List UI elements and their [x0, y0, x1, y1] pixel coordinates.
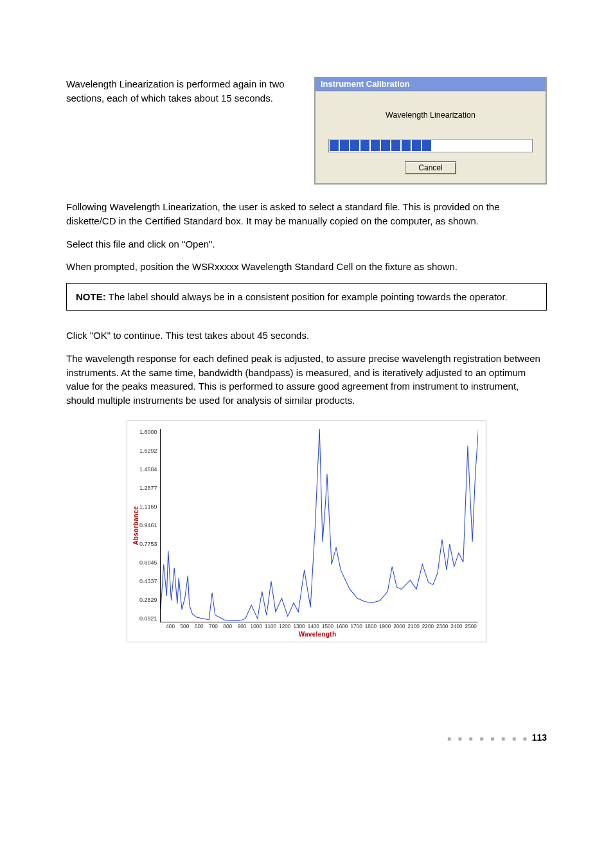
- xtick-label: 600: [192, 624, 206, 629]
- chart-ylabel: Absorbance: [131, 506, 139, 545]
- xtick-label: 1300: [292, 624, 306, 629]
- ytick-label: 0.2629: [139, 597, 157, 603]
- xtick-label: 1000: [249, 624, 263, 629]
- ytick-label: 1.8000: [139, 429, 157, 435]
- xtick-label: 400: [163, 624, 177, 629]
- ytick-label: 1.1169: [139, 503, 157, 510]
- paragraph-3: When prompted, position the WSRxxxxx Wav…: [66, 260, 547, 274]
- ytick-label: 0.0921: [139, 615, 157, 622]
- progress-bar: [328, 139, 533, 152]
- progress-segment: [402, 140, 411, 151]
- xtick-label: 700: [206, 624, 220, 629]
- page-number: 113: [532, 732, 547, 743]
- paragraph-5: The wavelength response for each defined…: [66, 352, 547, 408]
- xtick-label: 1600: [335, 624, 349, 629]
- page-footer: ■ ■ ■ ■ ■ ■ ■ ■ 113: [66, 732, 547, 743]
- note-label: NOTE:: [76, 291, 106, 302]
- chart-xlabel: Wavelength: [157, 631, 478, 638]
- spectrum-chart: Absorbance 1.80001.62921.45841.28771.116…: [127, 420, 486, 642]
- intro-paragraph: Wavelength Linearization is performed ag…: [66, 77, 296, 105]
- xtick-label: 500: [177, 624, 191, 629]
- progress-segment: [381, 140, 390, 151]
- ytick-label: 0.7753: [139, 541, 157, 547]
- footer-dots-icon: ■ ■ ■ ■ ■ ■ ■ ■: [447, 735, 529, 742]
- spectrum-line: [161, 429, 478, 621]
- dialog-title: Instrument Calibration: [315, 77, 546, 91]
- xtick-label: 1700: [349, 624, 363, 629]
- paragraph-4: Click "OK" to continue. This test takes …: [66, 329, 547, 343]
- ytick-label: 0.4337: [139, 578, 157, 584]
- xtick-label: 1400: [306, 624, 321, 629]
- ytick-label: 1.2877: [139, 485, 157, 491]
- ytick-label: 1.6292: [139, 448, 157, 454]
- xtick-label: 800: [220, 624, 235, 629]
- xtick-label: 1500: [321, 624, 335, 629]
- ytick-label: 0.9461: [139, 522, 157, 529]
- xtick-label: 2100: [407, 624, 421, 629]
- xtick-label: 2400: [449, 624, 463, 629]
- progress-segment: [350, 140, 359, 151]
- ytick-label: 1.4584: [139, 466, 157, 473]
- xtick-label: 2300: [435, 624, 449, 629]
- progress-segment: [391, 140, 400, 151]
- note-body: The label should always be in a consiste…: [106, 291, 508, 302]
- xtick-label: 2000: [392, 624, 406, 629]
- paragraph-2: Select this file and click on "Open".: [66, 237, 547, 251]
- note-box: NOTE: The label should always be in a co…: [66, 283, 547, 311]
- xtick-label: 900: [235, 624, 249, 629]
- progress-segment: [340, 140, 349, 151]
- xtick-label: 2200: [421, 624, 435, 629]
- dialog-status-label: Wavelength Linearization: [327, 111, 534, 120]
- instrument-calibration-dialog: Instrument Calibration Wavelength Linear…: [314, 77, 547, 185]
- xtick-label: 1100: [263, 624, 278, 629]
- xtick-label: 1200: [278, 624, 292, 629]
- cancel-button[interactable]: Cancel: [405, 161, 456, 174]
- xtick-label: 1800: [364, 624, 378, 629]
- progress-segment: [371, 140, 380, 151]
- progress-segment: [330, 140, 339, 151]
- chart-xticks: 4005006007008009001000110012001300140015…: [163, 622, 478, 629]
- progress-segment: [422, 140, 431, 151]
- chart-plot-area: [160, 429, 478, 622]
- chart-yticks: 1.80001.62921.45841.28771.11690.94610.77…: [139, 429, 160, 622]
- progress-segment: [412, 140, 421, 151]
- ytick-label: 0.6045: [139, 559, 157, 566]
- paragraph-1: Following Wavelength Linearization, the …: [66, 200, 547, 228]
- xtick-label: 1900: [378, 624, 392, 629]
- xtick-label: 2500: [464, 624, 478, 629]
- progress-segment: [360, 140, 369, 151]
